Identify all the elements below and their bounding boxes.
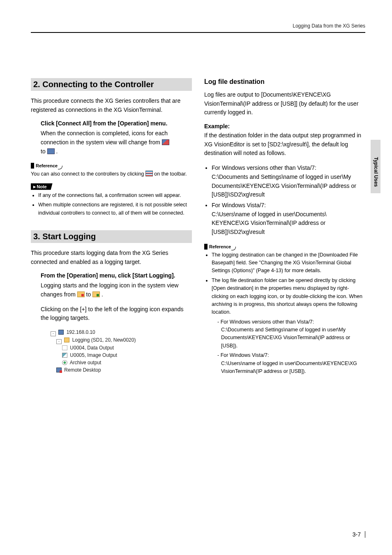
note-badge: Note xyxy=(31,183,53,190)
tree-remote: Remote Desktop xyxy=(56,366,192,374)
path-2-value: C:\Users\name of logged in user\Document… xyxy=(212,211,326,235)
ref-sub-2-label: For Windows Vista/7: xyxy=(221,352,269,358)
sec3-mid: to xyxy=(86,291,93,298)
tree-child-2-label: U0005, Image Output xyxy=(70,352,117,358)
left-column: 2. Connecting to the Controller This pro… xyxy=(31,78,192,381)
right-ref-2-text: The log file destination folder can be o… xyxy=(212,278,362,315)
data-output-icon xyxy=(62,345,67,350)
tree-logging-label: Logging (SD1, 20, New0020) xyxy=(72,337,136,343)
ref-sub-1: For Windows versions other than Vista/7:… xyxy=(217,318,365,350)
path-item-1: For Windows versions other than Vista/7:… xyxy=(212,164,365,199)
tree-child-1: U0004, Data Output xyxy=(62,344,192,352)
header-rule xyxy=(31,32,365,33)
right-column: Log file destination Log files are outpu… xyxy=(204,78,365,381)
sec2-note-2: When multiple connections are registered… xyxy=(38,201,192,217)
remote-desktop-icon xyxy=(56,368,62,372)
section-2-title: 2. Connecting to the Controller xyxy=(31,78,192,91)
right-ref-sublist: For Windows versions other than Vista/7:… xyxy=(217,318,365,376)
right-ref-1: The logging destination can be changed i… xyxy=(212,251,365,275)
example-label: Example: xyxy=(204,123,365,130)
controller-icon xyxy=(58,330,64,335)
sec2-reference: You can also connect to the controllers … xyxy=(31,170,192,178)
folder-icon xyxy=(64,338,69,342)
sec3-text2: . xyxy=(101,291,103,298)
sec2-step-text3: . xyxy=(56,148,58,155)
connect-all-toolbar-icon xyxy=(145,171,153,176)
path-list: For Windows versions other than Vista/7:… xyxy=(212,164,365,237)
right-ref-2: The log file destination folder can be o… xyxy=(212,277,365,376)
path-1-value: C:\Documents and Settings\name of logged… xyxy=(212,173,356,198)
sec2-step-text1: When the connection is completed, icons … xyxy=(41,130,168,146)
sec2-step: Click [Connect All] from the [Operation]… xyxy=(41,120,192,127)
path-1-label: For Windows versions other than Vista/7: xyxy=(212,164,316,171)
running-header: Logging Data from the XG Series xyxy=(293,23,365,29)
tree-collapse-icon: - xyxy=(56,339,62,344)
right-ref-list: The logging destination can be changed i… xyxy=(212,251,365,376)
ref-sub-1-path: C:\Documents and Settings\name of logged… xyxy=(221,326,365,350)
tree-child-2: U0005, Image Output xyxy=(62,352,192,359)
ref-sub-2-path: C:\Users\name of logged in user\Document… xyxy=(221,360,365,376)
path-item-2: For Windows Vista/7: C:\Users\name of lo… xyxy=(212,201,365,237)
archive-output-icon xyxy=(62,360,67,365)
tree-remote-label: Remote Desktop xyxy=(64,367,101,373)
sec2-ref-text2: on the toolbar. xyxy=(154,171,187,177)
connection-disconnected-icon xyxy=(162,139,169,145)
sec3-step-detail: Logging starts and the logging icon in t… xyxy=(41,281,192,299)
sec3-step: From the [Operation] menu, click [Start … xyxy=(41,272,192,279)
tree-child-3-label: Archive output xyxy=(70,360,101,365)
logging-idle-folder-icon xyxy=(77,291,85,297)
sec2-intro: This procedure connects the XG Series co… xyxy=(31,97,192,114)
tree-collapse-icon: - xyxy=(51,331,56,336)
path-2-label: For Windows Vista/7: xyxy=(212,202,266,208)
sec3-expand: Clicking on the [+] to the left of the l… xyxy=(41,305,192,323)
tree-root-label: 192.168.0.10 xyxy=(67,329,95,335)
section-3-title: 3. Start Logging xyxy=(31,230,192,243)
tree-child-3: Archive output xyxy=(62,359,192,366)
system-tree: - 192.168.0.10 - Logging (SD1, 20, New00… xyxy=(51,328,192,374)
logging-active-folder-icon xyxy=(92,291,100,297)
tree-child-1-label: U0004, Data Output xyxy=(70,345,114,351)
example-intro: If the destination folder in the data ou… xyxy=(204,131,365,158)
ref-sub-1-label: For Windows versions other than Vista/7: xyxy=(221,319,314,325)
connection-connected-icon xyxy=(47,148,55,154)
log-dest-intro: Log files are output to [Documents\KEYEN… xyxy=(204,90,365,117)
tree-root: - 192.168.0.10 xyxy=(51,328,192,336)
sec2-note-1: If any of the connections fail, a confir… xyxy=(38,192,192,199)
sec2-ref-text1: You can also connect to the controllers … xyxy=(31,171,145,177)
tree-logging: - Logging (SD1, 20, New0020) xyxy=(56,336,192,344)
page-container: Logging Data from the XG Series Typical … xyxy=(0,0,392,555)
sec2-note-list: If any of the connections fail, a confir… xyxy=(38,192,192,217)
sec2-step-detail: When the connection is completed, icons … xyxy=(41,129,192,156)
log-dest-heading: Log file destination xyxy=(204,78,365,86)
reference-badge-right: Reference xyxy=(204,244,233,250)
image-output-icon xyxy=(62,353,67,358)
sec2-step-text2: to xyxy=(41,148,47,155)
ref-sub-2: For Windows Vista/7: C:\Users\name of lo… xyxy=(217,352,365,375)
reference-badge: Reference xyxy=(31,163,60,169)
side-tab-label: Typical Uses xyxy=(373,157,379,187)
sec3-intro: This procedure starts logging data from … xyxy=(31,249,192,266)
sec3-text1: Logging starts and the logging icon in t… xyxy=(41,282,178,298)
page-number: 3-7 xyxy=(353,531,365,538)
